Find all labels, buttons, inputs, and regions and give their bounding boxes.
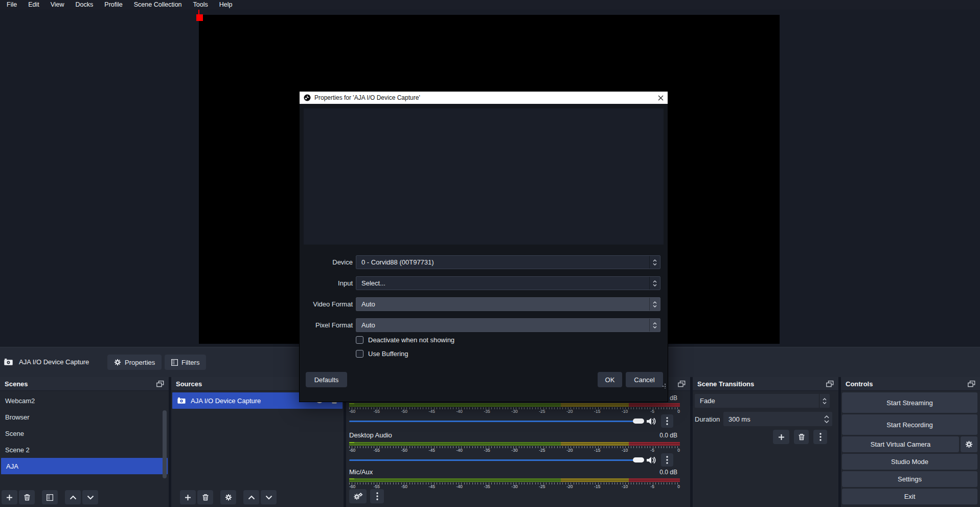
move-source-down-button[interactable] — [261, 490, 277, 504]
popout-icon[interactable] — [678, 381, 686, 387]
transition-select[interactable]: Fade — [695, 394, 830, 408]
remove-transition-button[interactable] — [794, 430, 809, 444]
move-scene-down-button[interactable] — [82, 490, 98, 504]
move-scene-up-button[interactable] — [65, 490, 81, 504]
meter-scale: -60-55-50-45-40-35-30-25-20-15-10-50 — [349, 482, 680, 489]
menu-item[interactable]: Help — [214, 0, 238, 10]
menu-item[interactable]: File — [1, 0, 22, 10]
duration-spinbox[interactable]: 300 ms — [723, 412, 832, 426]
mixer-channel-name: Desktop Audio — [349, 431, 392, 439]
add-scene-button[interactable] — [2, 490, 17, 504]
speaker-icon[interactable] — [646, 456, 656, 465]
scene-item[interactable]: Scene 2 — [0, 442, 169, 458]
meter-tick-label: -55 — [374, 448, 380, 453]
meter-tick-label: -50 — [401, 484, 407, 489]
dialog-titlebar[interactable]: Properties for 'AJA I/O Device Capture' — [300, 92, 668, 104]
resize-grip-icon[interactable] — [662, 384, 666, 388]
menu-item[interactable]: View — [45, 0, 70, 10]
meter-tick-label: -5 — [650, 448, 654, 453]
mixer-menu-button[interactable] — [370, 489, 384, 503]
controls-title: Controls — [846, 380, 873, 388]
virtual-camera-config-button[interactable] — [961, 436, 977, 452]
cancel-button[interactable]: Cancel — [626, 372, 663, 387]
pixel-format-select[interactable]: Auto — [356, 318, 660, 332]
mixer-kebab-button[interactable] — [661, 453, 673, 467]
source-selection-handle[interactable] — [196, 14, 203, 21]
popout-icon[interactable] — [826, 381, 834, 387]
meter-tick-label: 0 — [677, 484, 680, 489]
ok-button[interactable]: OK — [598, 372, 622, 387]
source-properties-button[interactable] — [220, 490, 236, 504]
start-virtual-camera-button[interactable]: Start Virtual Camera — [842, 436, 959, 452]
volume-row — [349, 453, 680, 467]
deactivate-checkbox-label: Deactivate when not showing — [368, 336, 454, 344]
transitions-body: Fade Duration 300 ms — [693, 391, 838, 507]
meter-tick-label: -15 — [594, 448, 600, 453]
meter-tick-label: -10 — [622, 409, 628, 414]
filter-icon — [171, 359, 178, 366]
dialog-source-preview — [304, 108, 664, 245]
scenes-scrollbar[interactable] — [163, 410, 167, 478]
duration-row: Duration 300 ms — [695, 412, 832, 426]
use-buffering-checkbox-row[interactable]: Use Buffering — [356, 349, 408, 358]
settings-button[interactable]: Settings — [842, 471, 977, 487]
advanced-audio-button[interactable] — [349, 489, 367, 503]
video-format-value: Auto — [361, 300, 375, 308]
volume-slider-handle[interactable] — [633, 457, 644, 462]
add-source-button[interactable] — [180, 490, 196, 504]
scene-item[interactable]: AJA — [1, 458, 168, 474]
popout-icon[interactable] — [968, 381, 975, 387]
input-select[interactable]: Select... — [356, 276, 660, 290]
chevron-updown-icon — [649, 277, 660, 290]
close-icon[interactable] — [658, 95, 664, 101]
move-source-up-button[interactable] — [243, 490, 259, 504]
defaults-button[interactable]: Defaults — [306, 372, 347, 387]
menu-item[interactable]: Tools — [188, 0, 214, 10]
meter-tick-label: -35 — [484, 484, 490, 489]
transition-select-value: Fade — [700, 397, 715, 405]
menu-bar: FileEditViewDocksProfileScene Collection… — [0, 0, 980, 10]
volume-meter — [349, 478, 680, 482]
filters-button[interactable]: Filters — [165, 355, 206, 370]
properties-dialog: Properties for 'AJA I/O Device Capture' … — [299, 91, 668, 402]
menu-item[interactable]: Scene Collection — [128, 0, 188, 10]
speaker-icon[interactable] — [646, 417, 656, 426]
menu-item[interactable]: Docks — [70, 0, 99, 10]
meter-tick-label: 0 — [677, 409, 680, 414]
device-select[interactable]: 0 - Corvid88 (00T97731) — [356, 255, 660, 269]
mixer-kebab-button[interactable] — [661, 414, 673, 428]
checkbox-icon[interactable] — [356, 336, 363, 344]
properties-button[interactable]: Properties — [107, 355, 162, 370]
meter-tick-label: -50 — [401, 409, 407, 414]
scene-filters-button[interactable] — [42, 490, 58, 504]
checkbox-icon[interactable] — [356, 350, 363, 358]
exit-button[interactable]: Exit — [842, 489, 977, 504]
properties-button-label: Properties — [125, 359, 155, 366]
meter-tick-label: -60 — [349, 484, 355, 489]
scene-item[interactable]: Webcam2 — [0, 392, 169, 409]
meter-tick-label: -20 — [566, 484, 573, 489]
deactivate-checkbox-row[interactable]: Deactivate when not showing — [356, 335, 454, 344]
remove-source-button[interactable] — [197, 490, 213, 504]
menu-item[interactable]: Profile — [99, 0, 128, 10]
start-recording-button[interactable]: Start Recording — [842, 414, 977, 435]
spinner-arrows-icon[interactable] — [824, 412, 829, 426]
menu-item[interactable]: Edit — [22, 0, 45, 10]
popout-icon[interactable] — [156, 381, 164, 387]
scene-item[interactable]: Scene — [0, 425, 169, 442]
pixel-format-value: Auto — [361, 321, 375, 329]
volume-slider[interactable] — [349, 453, 644, 467]
remove-scene-button[interactable] — [19, 490, 35, 504]
start-streaming-button[interactable]: Start Streaming — [842, 392, 977, 413]
add-transition-button[interactable] — [773, 430, 789, 444]
scene-item[interactable]: Browser — [0, 409, 169, 425]
transition-menu-button[interactable] — [813, 430, 827, 444]
volume-slider-handle[interactable] — [633, 418, 644, 424]
volume-slider[interactable] — [349, 414, 644, 428]
video-format-select[interactable]: Auto — [356, 297, 660, 311]
meter-tick-label: -5 — [650, 484, 654, 489]
studio-mode-button[interactable]: Studio Mode — [842, 454, 977, 470]
mixer-channel-row: Desktop Audio 0.0 dB — [349, 431, 677, 439]
camera-icon — [4, 359, 13, 365]
scenes-dock: Scenes Webcam2BrowserSceneScene 2AJA — [0, 377, 169, 507]
